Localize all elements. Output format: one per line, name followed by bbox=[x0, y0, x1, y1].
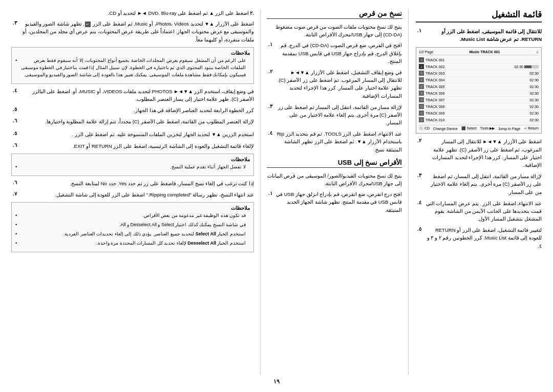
mid-step4-text: عند الانتهاء، اضغط على الزر TOOLS. ثم قم… bbox=[275, 130, 402, 154]
left-step4: في وضع إيقاف، استخدم الزر ▲▼◄► PHOTOS لت… bbox=[11, 88, 254, 103]
track-row-8: ♫ TRACK 008 02:30 bbox=[419, 103, 539, 110]
music-page-info: 1/2 Page bbox=[419, 50, 433, 54]
track-row-3: ♫ TRACK 003 02:30 bbox=[419, 70, 539, 77]
track-row-2: ✓ TRACK 002 02:30 bbox=[419, 63, 539, 70]
right-item-3: لإزالة مسار من القائمة، انتقل إلى المسار… bbox=[416, 172, 542, 196]
music-box-header: 1/2 Page Music TRACK 001 ♫ bbox=[419, 50, 539, 55]
music-box-title: Music TRACK 001 bbox=[469, 50, 500, 54]
track-icon-2: ✓ bbox=[419, 64, 424, 69]
col-left: .٢ اضغط على الزر ▲ ثم اضغط على DVD. Blu-… bbox=[11, 9, 260, 375]
music-bottom-bar: 💿 CD Change Device ⬛ Select Tools ▶▶ Jum… bbox=[419, 125, 539, 130]
mid-step-4: عند الانتهاء، اضغط على الزر TOOLS. ثم قم… bbox=[267, 130, 402, 154]
music-tracks: ♫ TRACK 001 ✓ TRACK 002 02:30 ♫ bbox=[419, 57, 539, 123]
left-col-step5-text: استخدم الزرين ▲▼ لتحديد الجهاز لتخزين ال… bbox=[19, 130, 254, 138]
mid-step2-text: في وضع إيقاف التشغيل، اضغط على الأزرار ▲… bbox=[275, 69, 402, 100]
right-step3-text: لإزالة مسار من القائمة، انتقل إلى المسار… bbox=[424, 172, 542, 196]
col-right: قائمة التشغيل للانتقال إلى قائمة الموسيق… bbox=[409, 9, 542, 375]
left-note2-bullet1: لا تفصل الجهاز أثناء تقدم عملية النسخ. • bbox=[15, 164, 250, 171]
left-note3-bullet3: استخدم الخيار Select All لتحديد جميع الع… bbox=[15, 231, 250, 238]
copy-from-disc-title: نسخ من قرص bbox=[267, 9, 402, 19]
left-note3-bullet4: استخدم الخيار Desselect All لإلغاء تحديد… bbox=[15, 240, 250, 247]
track-icon-6: ♫ bbox=[419, 91, 424, 96]
left-step6-text: لإزالة العنصر المطلوب من القائمة، اضغط ع… bbox=[19, 118, 254, 125]
usb-copy-title: الأقراص نسخ إلى USB bbox=[267, 159, 402, 168]
left-note3-title: ملاحظات bbox=[15, 205, 250, 211]
left-step2-text: اضغط على الأزرار ▲▼ لتحديد Photos، Video… bbox=[19, 20, 254, 43]
left-note3-bullet2: في شاشة النسخ يمكنك كذلك اختيار Select و… bbox=[15, 222, 250, 229]
track-icon-3: ♫ bbox=[419, 71, 424, 76]
copy-intro: يتيح لك نسخ محتويات ملفات الصوت من قرص ص… bbox=[267, 23, 402, 38]
track-bar-2 bbox=[524, 65, 539, 69]
track-icon-5: ♫ bbox=[419, 84, 424, 89]
track-row-1: ♫ TRACK 001 bbox=[419, 57, 539, 63]
music-list-box: 1/2 Page Music TRACK 001 ♫ ♫ TRACK 001 ✓… bbox=[416, 47, 542, 134]
mid-step-3: لإزالة مسار من القائمة، انتقل إلى المسار… bbox=[267, 103, 402, 127]
enter-icon: ↵ bbox=[85, 21, 91, 27]
left-col-step6: لإلغاء قائمة التشغيل والعودة إلى الشاشة … bbox=[11, 142, 254, 150]
page-number: ١٩ bbox=[11, 378, 542, 385]
track-row-9: ♫ TRACK 009 02:30 bbox=[419, 110, 539, 117]
track-icon-7: ♫ bbox=[419, 97, 424, 102]
right-step2-text: اضغط على الأزرار ▲▼◄► للانتقال إلى المسا… bbox=[424, 138, 542, 169]
left-step7: عند انتهاء النسخ، تظهر رسالة "Ripping co… bbox=[11, 191, 254, 199]
usb-step-1: افتح درج انقرص، ضع انقرص، قم بإدراج انزل… bbox=[267, 190, 402, 214]
left-note3-bullet1: قد تكون هذه الوظيفة غير مدعومة من بعض ال… bbox=[15, 212, 250, 220]
usb-intro: يتيح لك نسخ محتويات الفيديو/الصور/ الموس… bbox=[267, 172, 402, 187]
mid-step-1: افتح في القرص، ضع قرص الصوت (CD-DA) في ا… bbox=[267, 41, 402, 65]
left-step2: اضغط على الأزرار ▲▼ لتحديد Photos، Video… bbox=[11, 20, 254, 43]
left-step6b: إذا كنت ترغب في إلغاء نسخ المسار، فاضغط … bbox=[11, 180, 254, 187]
track-icon-8: ♫ bbox=[419, 104, 424, 109]
left-note1: ملاحظات على الرغم من أن المشغل سيقوم بعر… bbox=[11, 47, 254, 84]
left-step6b-text: إذا كنت ترغب في إلغاء نسخ المسار، فاضغط … bbox=[19, 180, 254, 187]
left-note1-bullet1: على الرغم من أن المشغل سيقوم بعرض المجلد… bbox=[15, 57, 250, 79]
left-col-step6-text: لإلغاء قائمة التشغيل والعودة إلى الشاشة … bbox=[19, 142, 254, 150]
col-mid: نسخ من قرص يتيح لك نسخ محتويات ملفات الص… bbox=[260, 9, 409, 375]
left-step1-intro: .٢ اضغط على الزر ▲ ثم اضغط على DVD. Blu-… bbox=[11, 9, 254, 17]
track-icon-10: ♫ bbox=[419, 117, 424, 122]
mid-step-2: في وضع إيقاف التشغيل، اضغط على الأزرار ▲… bbox=[267, 69, 402, 100]
left-col-step5: استخدم الزرين ▲▼ لتحديد الجهاز لتخزين ال… bbox=[11, 130, 254, 138]
left-step5: كرر الخطوة الرابعة لتحديد العناصر الإضاف… bbox=[11, 106, 254, 114]
left-step5-text: كرر الخطوة الرابعة لتحديد العناصر الإضاف… bbox=[19, 106, 254, 114]
mid-step3-text: لإزالة مسار من القائمة، انتقل إلى المسار… bbox=[275, 103, 402, 127]
left-note1-title: ملاحظات bbox=[15, 50, 250, 56]
left-note3: ملاحظات قد تكون هذه الوظيفة غير مدعومة م… bbox=[11, 202, 254, 252]
left-step6: لإزالة العنصر المطلوب من القائمة، اضغط ع… bbox=[11, 118, 254, 125]
track-icon-9: ♫ bbox=[419, 111, 424, 116]
track-row-6: ♫ TRACK 006 02:30 bbox=[419, 90, 539, 97]
left-note2: ملاحظات لا تفصل الجهاز أثناء تقدم عملية … bbox=[11, 154, 254, 176]
left-step4-text: في وضع إيقاف، استخدم الزر ▲▼◄► PHOTOS لت… bbox=[19, 88, 254, 103]
right-step5-text: لتغيير قائمة التشغيل، اضغط على الزر أو R… bbox=[424, 226, 542, 250]
track-row-7: ♫ TRACK 007 02:30 bbox=[419, 97, 539, 103]
page-container: قائمة التشغيل للانتقال إلى قائمة الموسيق… bbox=[0, 0, 553, 392]
left-step7-text: عند انتهاء النسخ، تظهر رسالة "Ripping co… bbox=[19, 191, 254, 199]
right-step1-text: للانتقال إلى قائمة الموسيقى، اضغط على ال… bbox=[441, 29, 542, 42]
right-item-5: لتغيير قائمة التشغيل، اضغط على الزر أو R… bbox=[416, 226, 542, 250]
mid-step1-text: افتح في القرص، ضع قرص الصوت (CD-DA) في ا… bbox=[275, 41, 402, 65]
track-icon-4: ♫ bbox=[419, 77, 424, 82]
track-row-5: ♫ TRACK 005 02:30 bbox=[419, 83, 539, 90]
track-row-4: ♫ TRACK 004 02:30 bbox=[419, 77, 539, 83]
right-item-1: للانتقال إلى قائمة الموسيقى، اضغط على ال… bbox=[416, 28, 542, 43]
track-icon-1: ♫ bbox=[419, 57, 424, 62]
usb-step1-text: افتح درج انقرص، ضع انقرص، قم بإدراج انزل… bbox=[275, 190, 402, 214]
right-item-4: عند الانتهاء، اضغط على الزر . يتم عرض ال… bbox=[416, 200, 542, 223]
main-title: قائمة التشغيل bbox=[416, 9, 542, 23]
left-note2-title: ملاحظات bbox=[15, 157, 250, 162]
right-step4-text: عند الانتهاء، اضغط على الزر . يتم عرض ال… bbox=[424, 200, 542, 223]
track-row-10: ♫ TRACK 010 02:30 bbox=[419, 117, 539, 123]
right-item-2: اضغط على الأزرار ▲▼◄► للانتقال إلى المسا… bbox=[416, 138, 542, 169]
